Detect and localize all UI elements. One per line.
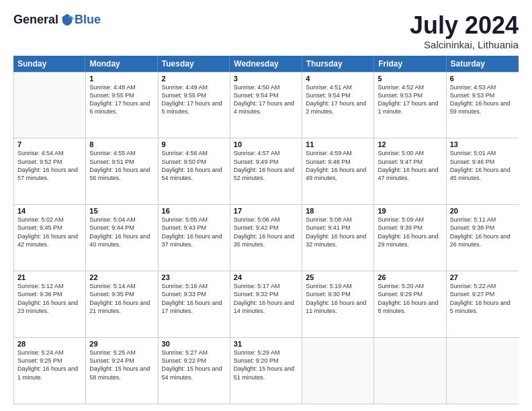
cell-2-4: 10Sunrise: 4:57 AM Sunset: 9:49 PM Dayli…	[230, 138, 302, 204]
header-thursday: Thursday	[302, 56, 374, 72]
cell-1-2: 1Sunrise: 4:48 AM Sunset: 9:55 PM Daylig…	[86, 73, 158, 138]
cell-2-7: 13Sunrise: 5:01 AM Sunset: 9:46 PM Dayli…	[447, 138, 519, 204]
cell-info: Sunrise: 4:59 AM Sunset: 9:48 PM Dayligh…	[306, 149, 370, 182]
cell-info: Sunrise: 5:29 AM Sunset: 9:20 PM Dayligh…	[234, 349, 298, 381]
cell-date: 3	[234, 75, 298, 83]
cell-3-6: 19Sunrise: 5:09 AM Sunset: 9:39 PM Dayli…	[374, 205, 446, 271]
header-monday: Monday	[85, 56, 157, 72]
header-sunday: Sunday	[13, 56, 85, 72]
cell-info: Sunrise: 5:06 AM Sunset: 9:42 PM Dayligh…	[234, 216, 298, 248]
cell-5-2: 29Sunrise: 5:25 AM Sunset: 9:24 PM Dayli…	[86, 338, 158, 404]
cell-info: Sunrise: 5:02 AM Sunset: 9:45 PM Dayligh…	[17, 216, 82, 248]
cell-2-1: 7Sunrise: 4:54 AM Sunset: 9:52 PM Daylig…	[14, 138, 86, 204]
cell-info: Sunrise: 5:19 AM Sunset: 9:30 PM Dayligh…	[306, 282, 370, 315]
month-year: July 2024	[410, 12, 519, 39]
calendar-header: Sunday Monday Tuesday Wednesday Thursday…	[13, 56, 519, 72]
cell-date: 6	[450, 75, 515, 83]
header: General Blue July 2024 Salcininkai, Lith…	[13, 12, 519, 50]
cell-date: 12	[378, 140, 442, 148]
cell-4-5: 25Sunrise: 5:19 AM Sunset: 9:30 PM Dayli…	[302, 271, 374, 337]
cell-info: Sunrise: 4:50 AM Sunset: 9:54 PM Dayligh…	[234, 83, 298, 116]
cell-1-6: 5Sunrise: 4:52 AM Sunset: 9:53 PM Daylig…	[374, 73, 446, 138]
week-row-1: 1Sunrise: 4:48 AM Sunset: 9:55 PM Daylig…	[14, 72, 519, 138]
cell-date: 24	[234, 273, 298, 281]
cell-info: Sunrise: 5:17 AM Sunset: 9:32 PM Dayligh…	[234, 282, 298, 315]
cell-date: 9	[162, 140, 226, 148]
cell-date: 11	[306, 140, 370, 148]
cell-1-5: 4Sunrise: 4:51 AM Sunset: 9:54 PM Daylig…	[302, 73, 374, 138]
cell-date: 20	[450, 207, 515, 215]
cell-1-4: 3Sunrise: 4:50 AM Sunset: 9:54 PM Daylig…	[230, 73, 302, 138]
cell-date: 16	[162, 207, 226, 215]
cell-date: 17	[234, 207, 298, 215]
cell-1-7: 6Sunrise: 4:53 AM Sunset: 9:53 PM Daylig…	[447, 73, 519, 138]
cell-date: 4	[306, 75, 370, 83]
cell-4-6: 26Sunrise: 5:20 AM Sunset: 9:29 PM Dayli…	[374, 271, 446, 337]
cell-info: Sunrise: 4:55 AM Sunset: 9:51 PM Dayligh…	[89, 149, 154, 182]
cell-info: Sunrise: 5:27 AM Sunset: 9:22 PM Dayligh…	[162, 349, 226, 381]
cell-5-3: 30Sunrise: 5:27 AM Sunset: 9:22 PM Dayli…	[159, 338, 230, 404]
cell-date: 19	[378, 207, 442, 215]
cell-date: 21	[17, 273, 82, 281]
cell-1-3: 2Sunrise: 4:49 AM Sunset: 9:55 PM Daylig…	[159, 73, 230, 138]
cell-info: Sunrise: 4:51 AM Sunset: 9:54 PM Dayligh…	[306, 83, 370, 116]
cell-5-5	[302, 338, 374, 404]
cell-4-4: 24Sunrise: 5:17 AM Sunset: 9:32 PM Dayli…	[230, 271, 302, 337]
cell-2-6: 12Sunrise: 5:00 AM Sunset: 9:47 PM Dayli…	[374, 138, 446, 204]
title-area: July 2024 Salcininkai, Lithuania	[410, 12, 519, 50]
cell-2-2: 8Sunrise: 4:55 AM Sunset: 9:51 PM Daylig…	[86, 138, 158, 204]
cell-info: Sunrise: 4:53 AM Sunset: 9:53 PM Dayligh…	[450, 83, 515, 116]
cell-5-1: 28Sunrise: 5:24 AM Sunset: 9:25 PM Dayli…	[14, 338, 86, 404]
cell-info: Sunrise: 4:57 AM Sunset: 9:49 PM Dayligh…	[234, 149, 298, 182]
cell-date: 28	[17, 340, 82, 348]
cell-date: 27	[450, 273, 515, 281]
page: General Blue July 2024 Salcininkai, Lith…	[0, 0, 532, 411]
cell-5-4: 31Sunrise: 5:29 AM Sunset: 9:20 PM Dayli…	[230, 338, 302, 404]
calendar-body: 1Sunrise: 4:48 AM Sunset: 9:55 PM Daylig…	[13, 72, 519, 404]
cell-5-6	[374, 338, 446, 404]
cell-info: Sunrise: 5:14 AM Sunset: 9:35 PM Dayligh…	[89, 282, 154, 315]
logo: General Blue	[13, 12, 101, 27]
cell-info: Sunrise: 4:48 AM Sunset: 9:55 PM Dayligh…	[89, 83, 154, 116]
week-row-4: 21Sunrise: 5:12 AM Sunset: 9:36 PM Dayli…	[14, 271, 519, 337]
location: Salcininkai, Lithuania	[410, 39, 519, 50]
cell-date: 14	[17, 207, 82, 215]
cell-2-3: 9Sunrise: 4:56 AM Sunset: 9:50 PM Daylig…	[159, 138, 230, 204]
cell-info: Sunrise: 5:01 AM Sunset: 9:46 PM Dayligh…	[450, 149, 515, 182]
cell-3-5: 18Sunrise: 5:08 AM Sunset: 9:41 PM Dayli…	[302, 205, 374, 271]
cell-info: Sunrise: 5:24 AM Sunset: 9:25 PM Dayligh…	[17, 349, 82, 381]
cell-info: Sunrise: 5:20 AM Sunset: 9:29 PM Dayligh…	[378, 282, 442, 315]
cell-date: 23	[162, 273, 226, 281]
cell-info: Sunrise: 5:05 AM Sunset: 9:43 PM Dayligh…	[162, 216, 226, 248]
cell-info: Sunrise: 5:00 AM Sunset: 9:47 PM Dayligh…	[378, 149, 442, 182]
cell-info: Sunrise: 5:04 AM Sunset: 9:44 PM Dayligh…	[89, 216, 154, 248]
cell-info: Sunrise: 5:25 AM Sunset: 9:24 PM Dayligh…	[89, 349, 154, 381]
header-wednesday: Wednesday	[230, 56, 302, 72]
cell-date: 15	[89, 207, 154, 215]
cell-date: 25	[306, 273, 370, 281]
week-row-3: 14Sunrise: 5:02 AM Sunset: 9:45 PM Dayli…	[14, 204, 519, 271]
cell-info: Sunrise: 4:52 AM Sunset: 9:53 PM Dayligh…	[378, 83, 442, 116]
cell-date: 18	[306, 207, 370, 215]
cell-4-3: 23Sunrise: 5:16 AM Sunset: 9:33 PM Dayli…	[159, 271, 230, 337]
cell-3-1: 14Sunrise: 5:02 AM Sunset: 9:45 PM Dayli…	[14, 205, 86, 271]
cell-info: Sunrise: 5:08 AM Sunset: 9:41 PM Dayligh…	[306, 216, 370, 248]
cell-date: 29	[89, 340, 154, 348]
cell-4-7: 27Sunrise: 5:22 AM Sunset: 9:27 PM Dayli…	[447, 271, 519, 337]
cell-4-2: 22Sunrise: 5:14 AM Sunset: 9:35 PM Dayli…	[86, 271, 158, 337]
cell-info: Sunrise: 5:16 AM Sunset: 9:33 PM Dayligh…	[162, 282, 226, 315]
cell-date: 5	[378, 75, 442, 83]
cell-info: Sunrise: 5:12 AM Sunset: 9:36 PM Dayligh…	[17, 282, 82, 315]
cell-3-2: 15Sunrise: 5:04 AM Sunset: 9:44 PM Dayli…	[86, 205, 158, 271]
cell-date: 22	[89, 273, 154, 281]
cell-3-7: 20Sunrise: 5:11 AM Sunset: 9:38 PM Dayli…	[447, 205, 519, 271]
cell-4-1: 21Sunrise: 5:12 AM Sunset: 9:36 PM Dayli…	[14, 271, 86, 337]
cell-date: 10	[234, 140, 298, 148]
cell-info: Sunrise: 5:11 AM Sunset: 9:38 PM Dayligh…	[450, 216, 515, 248]
cell-3-3: 16Sunrise: 5:05 AM Sunset: 9:43 PM Dayli…	[159, 205, 230, 271]
logo-icon	[60, 12, 75, 27]
header-saturday: Saturday	[447, 56, 519, 72]
cell-date: 8	[89, 140, 154, 148]
cell-2-5: 11Sunrise: 4:59 AM Sunset: 9:48 PM Dayli…	[302, 138, 374, 204]
cell-date: 7	[17, 140, 82, 148]
